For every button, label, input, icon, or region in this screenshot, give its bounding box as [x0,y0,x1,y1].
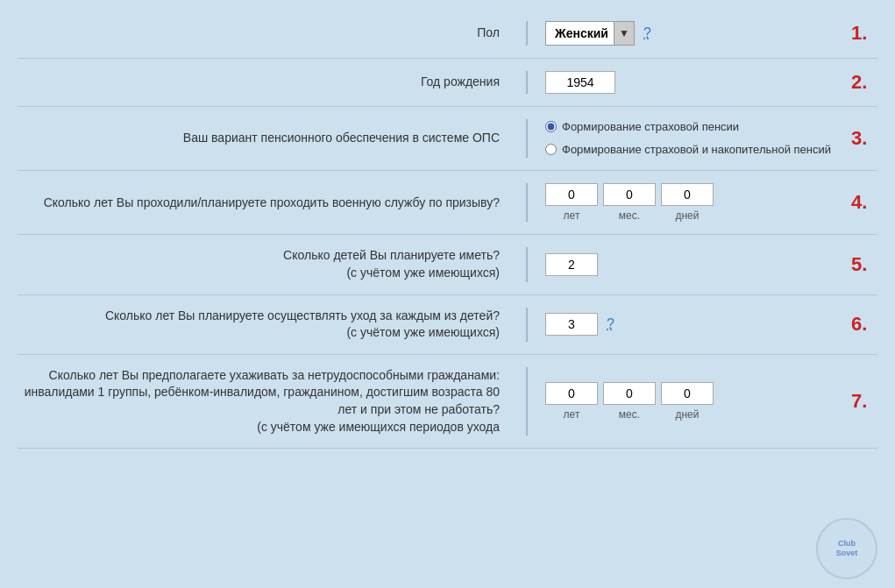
page-wrapper: Пол Женский Мужской ▼ ? 1. Год рождения … [0,0,895,588]
gender-select-wrapper[interactable]: Женский Мужской ▼ [545,21,635,46]
divider-3 [526,119,528,158]
military-days-input[interactable] [661,183,714,206]
radio-option-insurance-savings[interactable]: Формирование страховой и накопительной п… [545,142,831,158]
birth-year-input[interactable] [545,71,615,94]
row-number-2: 2. [851,71,877,94]
gender-label: Пол [18,25,526,42]
row-number-1: 1. [851,22,877,45]
radio-insurance-input[interactable] [545,121,557,132]
pension-option-control-area: Формирование страховой пенсии Формирован… [545,119,842,158]
gender-help-link[interactable]: ? [643,25,651,41]
military-inputs-row [545,183,714,206]
military-control-area: лет мес. дней [545,183,842,222]
divider-5 [526,247,528,281]
radio-option-insurance[interactable]: Формирование страховой пенсии [545,119,831,135]
dc-months-unit: мес. [603,408,656,421]
child-care-label: Сколько лет Вы планируете осуществлять у… [18,308,526,342]
row-number-3: 3. [851,127,877,150]
row-number-6: 6. [851,313,877,336]
row-number-4: 4. [851,191,877,214]
row-number-5: 5. [851,253,877,276]
form-row-disabled-care: Сколько лет Вы предполагаете ухаживать з… [18,355,877,449]
radio-insurance-label: Формирование страховой пенсии [562,119,739,135]
form-row-gender: Пол Женский Мужской ▼ ? 1. [18,9,877,59]
birth-year-control-area [545,71,842,94]
divider-2 [526,71,528,94]
watermark-text: ClubSovet [836,539,858,558]
gender-control-area: Женский Мужской ▼ ? [545,21,842,46]
disabled-care-unit-labels: лет мес. дней [545,408,714,421]
pension-radio-group: Формирование страховой пенсии Формирован… [545,119,831,158]
child-care-control-area: ? [545,313,842,336]
divider-6 [526,308,528,342]
disabled-care-inputs-row [545,382,714,405]
military-triple-inputs: лет мес. дней [545,183,714,222]
disabled-care-days-input[interactable] [661,382,714,405]
military-years-input[interactable] [545,183,598,206]
children-control-area [545,253,842,276]
child-care-help-link[interactable]: ? [607,316,614,332]
years-unit-label: лет [545,209,598,222]
watermark: ClubSovet [816,518,877,579]
form-row-children: Сколько детей Вы планируете иметь?(с учё… [18,235,877,294]
military-label: Сколько лет Вы проходили/планируете прох… [18,195,526,212]
dc-years-unit: лет [545,408,598,421]
form-row-child-care: Сколько лет Вы планируете осуществлять у… [18,295,877,355]
form-row-military: Сколько лет Вы проходили/планируете прох… [18,171,877,235]
form-row-birth-year: Год рождения 2. [18,59,877,107]
birth-year-label: Год рождения [18,74,526,91]
form-row-pension-option: Ваш вариант пенсионного обеспечения в си… [18,107,877,171]
months-unit-label: мес. [603,209,656,222]
disabled-care-control-area: лет мес. дней [545,382,842,421]
divider-1 [526,21,528,46]
divider-7 [526,367,528,436]
military-unit-labels: лет мес. дней [545,209,714,222]
child-care-years-input[interactable] [545,313,598,336]
dc-days-unit: дней [661,408,714,421]
children-label: Сколько детей Вы планируете иметь?(с учё… [18,247,526,281]
radio-savings-label: Формирование страховой и накопительной п… [562,142,831,158]
radio-savings-input[interactable] [545,144,557,155]
disabled-care-years-input[interactable] [545,382,598,405]
disabled-care-months-input[interactable] [603,382,656,405]
gender-select[interactable]: Женский Мужской [545,21,635,46]
days-unit-label: дней [661,209,714,222]
children-count-input[interactable] [545,253,598,276]
watermark-logo: ClubSovet [816,518,877,579]
military-months-input[interactable] [603,183,656,206]
pension-option-label: Ваш вариант пенсионного обеспечения в си… [18,130,526,147]
disabled-care-triple-inputs: лет мес. дней [545,382,714,421]
row-number-7: 7. [851,390,877,413]
divider-4 [526,183,528,222]
disabled-care-label: Сколько лет Вы предполагаете ухаживать з… [18,367,526,436]
